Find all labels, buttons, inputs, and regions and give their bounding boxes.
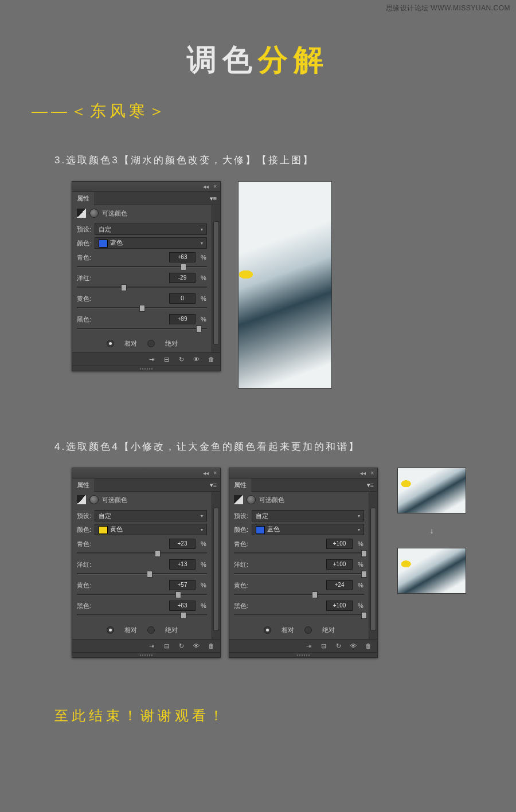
cyan-value[interactable]: +23 bbox=[169, 539, 196, 549]
yellow-value[interactable]: +24 bbox=[326, 580, 353, 590]
relative-label: 相对 bbox=[124, 339, 137, 348]
reset-icon[interactable]: ↻ bbox=[334, 642, 343, 650]
yellow-slider[interactable] bbox=[234, 591, 364, 597]
yellow-value[interactable]: +57 bbox=[169, 580, 196, 590]
color-dropdown[interactable]: 蓝色▾ bbox=[252, 524, 364, 535]
cyan-slider[interactable] bbox=[234, 550, 364, 556]
black-slider[interactable] bbox=[234, 612, 364, 618]
color-label: 颜色: bbox=[77, 239, 91, 248]
panel-menu-icon[interactable]: ▾≡ bbox=[210, 195, 220, 202]
reset-icon[interactable]: ↻ bbox=[177, 642, 186, 650]
black-label: 黑色: bbox=[77, 315, 96, 324]
absolute-label: 绝对 bbox=[165, 339, 178, 348]
absolute-radio[interactable] bbox=[147, 626, 155, 634]
trash-icon[interactable]: 🗑 bbox=[363, 642, 373, 650]
cyan-label: 青色: bbox=[77, 253, 96, 262]
panel-tabbar: ◂◂ × bbox=[72, 182, 220, 192]
yellow-slider[interactable] bbox=[77, 591, 207, 597]
color-dropdown[interactable]: 黄色▾ bbox=[95, 524, 207, 535]
chevron-down-icon: ▾ bbox=[358, 527, 360, 532]
panel-tab[interactable]: 属性 bbox=[229, 478, 251, 492]
collapse-icon[interactable]: ◂◂ bbox=[360, 470, 366, 476]
black-slider[interactable] bbox=[77, 325, 207, 331]
panel-menu-icon[interactable]: ▾≡ bbox=[210, 481, 220, 489]
black-value[interactable]: +63 bbox=[169, 601, 196, 611]
mask-icon bbox=[247, 495, 256, 504]
color-name: 黄色 bbox=[110, 525, 123, 532]
trash-icon[interactable]: 🗑 bbox=[206, 355, 216, 363]
cyan-slider[interactable] bbox=[77, 550, 207, 556]
relative-radio[interactable] bbox=[107, 340, 114, 347]
cyan-value[interactable]: +63 bbox=[169, 252, 196, 262]
absolute-radio[interactable] bbox=[304, 626, 312, 634]
chevron-down-icon: ▾ bbox=[201, 513, 203, 519]
relative-radio[interactable] bbox=[264, 626, 271, 634]
black-value[interactable]: +89 bbox=[169, 314, 196, 324]
absolute-radio[interactable] bbox=[147, 340, 155, 347]
resize-handle[interactable] bbox=[72, 652, 220, 657]
panel-menu-icon[interactable]: ▾≡ bbox=[367, 481, 377, 489]
scrollbar[interactable] bbox=[212, 205, 220, 352]
panel-tab[interactable]: 属性 bbox=[72, 192, 94, 205]
magenta-slider[interactable] bbox=[77, 571, 207, 576]
preset-dropdown[interactable]: 自定▾ bbox=[252, 510, 364, 521]
page-title: 调色分解 bbox=[0, 40, 516, 80]
black-value[interactable]: +100 bbox=[326, 601, 353, 611]
magenta-value[interactable]: +100 bbox=[326, 559, 353, 570]
panel-tab[interactable]: 属性 bbox=[72, 478, 94, 492]
subtitle: ——＜东风寒＞ bbox=[32, 100, 516, 122]
color-dropdown[interactable]: 蓝色 ▾ bbox=[95, 237, 207, 249]
pct: % bbox=[200, 254, 207, 261]
clip-icon[interactable]: ⇥ bbox=[147, 642, 156, 650]
adjustment-name: 可选颜色 bbox=[102, 496, 127, 504]
collapse-icon[interactable]: ◂◂ bbox=[203, 470, 209, 476]
mask-icon bbox=[89, 495, 99, 504]
scrollbar[interactable] bbox=[369, 492, 377, 639]
yellow-label: 黄色: bbox=[77, 295, 96, 303]
preset-value: 自定 bbox=[99, 225, 111, 234]
color-swatch bbox=[256, 526, 265, 534]
preset-dropdown[interactable]: 自定▾ bbox=[95, 510, 207, 521]
cyan-slider[interactable] bbox=[77, 264, 207, 269]
reset-icon[interactable]: ↻ bbox=[177, 355, 186, 363]
color-name: 蓝色 bbox=[267, 525, 280, 532]
chevron-down-icon: ▾ bbox=[201, 227, 203, 232]
resize-handle[interactable] bbox=[229, 652, 377, 657]
chevron-down-icon: ▾ bbox=[201, 527, 203, 532]
close-icon[interactable]: × bbox=[213, 470, 217, 476]
scrollbar[interactable] bbox=[212, 492, 220, 639]
adjustment-icon bbox=[77, 209, 86, 218]
link-icon[interactable]: ⊟ bbox=[162, 642, 171, 650]
magenta-label: 洋红: bbox=[77, 274, 96, 283]
panel-header: 属性 ▾≡ bbox=[72, 192, 220, 205]
preview-column: ↓ bbox=[397, 468, 466, 594]
clip-icon[interactable]: ⇥ bbox=[304, 642, 313, 650]
yellow-value[interactable]: 0 bbox=[169, 293, 196, 304]
magenta-value[interactable]: +13 bbox=[169, 559, 196, 570]
title-part1: 调色 bbox=[187, 43, 258, 76]
preset-dropdown[interactable]: 自定 ▾ bbox=[95, 223, 207, 235]
relative-radio[interactable] bbox=[107, 626, 114, 634]
magenta-slider[interactable] bbox=[234, 571, 364, 576]
step-3-label: 3.选取颜色3【湖水的颜色改变，大修】【接上图】 bbox=[54, 154, 516, 167]
collapse-icon[interactable]: ◂◂ bbox=[203, 183, 209, 190]
resize-handle[interactable] bbox=[72, 366, 220, 371]
close-icon[interactable]: × bbox=[213, 183, 217, 190]
trash-icon[interactable]: 🗑 bbox=[206, 642, 216, 650]
adjustment-icon bbox=[77, 495, 86, 504]
link-icon[interactable]: ⊟ bbox=[162, 355, 171, 363]
visibility-icon[interactable]: 👁 bbox=[191, 642, 201, 650]
cyan-value[interactable]: +100 bbox=[326, 539, 353, 549]
black-slider[interactable] bbox=[77, 612, 207, 618]
panel-footer: ⇥ ⊟ ↻ 👁 🗑 bbox=[72, 352, 220, 366]
clip-icon[interactable]: ⇥ bbox=[147, 355, 156, 363]
visibility-icon[interactable]: 👁 bbox=[191, 355, 201, 363]
magenta-value[interactable]: -29 bbox=[169, 273, 196, 283]
magenta-slider[interactable] bbox=[77, 284, 207, 290]
yellow-slider[interactable] bbox=[77, 305, 207, 311]
link-icon[interactable]: ⊟ bbox=[319, 642, 328, 650]
chevron-down-icon: ▾ bbox=[201, 241, 203, 246]
close-icon[interactable]: × bbox=[370, 470, 374, 476]
visibility-icon[interactable]: 👁 bbox=[349, 642, 358, 650]
watermark: 思缘设计论坛 WWW.MISSYUAN.COM bbox=[386, 3, 511, 13]
